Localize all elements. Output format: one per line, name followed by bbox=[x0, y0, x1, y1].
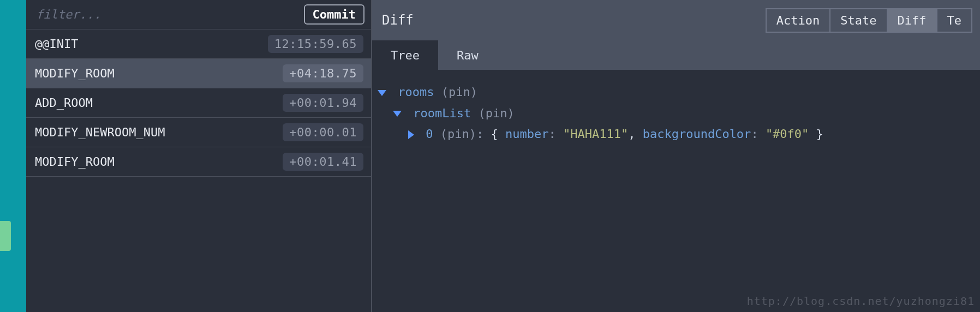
filter-input[interactable] bbox=[26, 0, 304, 29]
filter-row: Commit bbox=[26, 0, 371, 29]
action-row[interactable]: MODIFY_ROOM+04:18.75 bbox=[26, 59, 371, 88]
action-time: +00:01.41 bbox=[283, 153, 363, 171]
view-tabs: ActionStateDiffTe bbox=[767, 8, 972, 33]
tree-key: 0 bbox=[426, 127, 433, 141]
tree-pin[interactable]: (pin) bbox=[441, 85, 477, 99]
tree-pin[interactable]: (pin) bbox=[440, 127, 476, 141]
sub-tab-raw[interactable]: Raw bbox=[438, 40, 497, 70]
action-time: 12:15:59.65 bbox=[268, 35, 363, 53]
sub-tabs: TreeRaw bbox=[372, 40, 980, 70]
action-panel: Commit @@INIT12:15:59.65MODIFY_ROOM+04:1… bbox=[26, 0, 372, 312]
brace-close: } bbox=[816, 127, 823, 141]
inspector-panel: Diff ActionStateDiffTe TreeRaw rooms (pi… bbox=[372, 0, 980, 312]
action-name: ADD_ROOM bbox=[35, 96, 93, 110]
tree-prop-key: backgroundColor bbox=[643, 127, 751, 141]
action-row[interactable]: MODIFY_ROOM+00:01.41 bbox=[26, 147, 371, 177]
tree-key: roomList bbox=[413, 106, 471, 120]
tree-prop-val: "HAHA111" bbox=[563, 127, 628, 141]
action-name: MODIFY_ROOM bbox=[35, 155, 115, 169]
action-list: @@INIT12:15:59.65MODIFY_ROOM+04:18.75ADD… bbox=[26, 29, 371, 312]
chevron-down-icon[interactable] bbox=[378, 90, 386, 96]
tree-node-roomlist[interactable]: roomList (pin) bbox=[378, 103, 975, 124]
action-time: +00:00.01 bbox=[283, 123, 363, 141]
action-row[interactable]: ADD_ROOM+00:01.94 bbox=[26, 88, 371, 118]
action-time: +00:01.94 bbox=[283, 94, 363, 112]
view-tab-te[interactable]: Te bbox=[936, 8, 973, 33]
side-strip bbox=[0, 0, 26, 312]
tree-pin[interactable]: (pin) bbox=[478, 106, 514, 120]
tree-colon: : bbox=[548, 127, 563, 141]
action-row[interactable]: MODIFY_NEWROOM_NUM+00:00.01 bbox=[26, 118, 371, 147]
tree-key: rooms bbox=[398, 85, 434, 99]
commit-button[interactable]: Commit bbox=[304, 4, 364, 25]
tree-prop-val: "#0f0" bbox=[766, 127, 809, 141]
side-strip-indicator bbox=[0, 221, 11, 251]
action-name: @@INIT bbox=[35, 37, 78, 51]
tree-prop-key: number bbox=[505, 127, 548, 141]
tree-colon: : bbox=[751, 127, 766, 141]
app-root: Commit @@INIT12:15:59.65MODIFY_ROOM+04:1… bbox=[0, 0, 980, 312]
action-row[interactable]: @@INIT12:15:59.65 bbox=[26, 29, 371, 59]
view-tab-state[interactable]: State bbox=[829, 8, 887, 33]
view-tab-diff[interactable]: Diff bbox=[887, 8, 937, 33]
tree-node-rooms[interactable]: rooms (pin) bbox=[378, 82, 975, 103]
tree-node-leaf[interactable]: 0 (pin): { number: "HAHA111", background… bbox=[378, 124, 975, 145]
brace-open: { bbox=[491, 127, 505, 141]
view-tab-action[interactable]: Action bbox=[766, 8, 830, 33]
comma: , bbox=[628, 127, 643, 141]
action-name: MODIFY_NEWROOM_NUM bbox=[35, 125, 165, 139]
inspector-header: Diff ActionStateDiffTe bbox=[372, 0, 980, 40]
sub-tab-tree[interactable]: Tree bbox=[372, 40, 438, 70]
chevron-right-icon[interactable] bbox=[408, 130, 414, 139]
tree-colon: : bbox=[476, 127, 491, 141]
tree-area: rooms (pin) roomList (pin) 0 (pin): { nu… bbox=[372, 70, 980, 312]
chevron-down-icon[interactable] bbox=[393, 111, 402, 117]
inspector-title: Diff bbox=[380, 13, 414, 28]
action-time: +04:18.75 bbox=[283, 64, 363, 82]
action-name: MODIFY_ROOM bbox=[35, 67, 115, 80]
